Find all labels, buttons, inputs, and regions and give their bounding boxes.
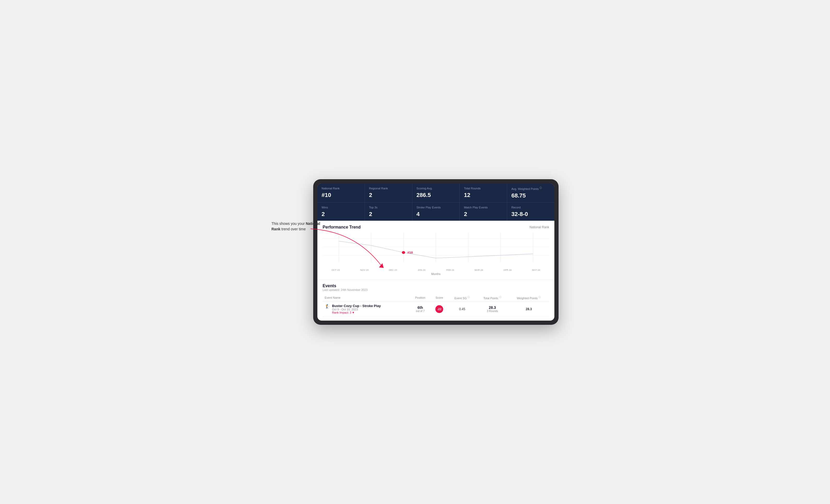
stat-stroke-play-events-value: 4 [417, 211, 455, 217]
event-name: Buster Cozy Cup - Stroke Play [332, 304, 381, 308]
stat-total-rounds: Total Rounds 12 [459, 183, 507, 202]
chart-svg: #10 [323, 233, 549, 267]
weighted-points-value: 28.3 [526, 307, 532, 311]
events-title: Events [323, 283, 549, 288]
x-label-nov23: NOV 23 [351, 269, 377, 271]
event-weighted-points-cell: 28.3 [508, 301, 549, 317]
x-label-apr24: APR 24 [494, 269, 520, 271]
x-label-oct23: OCT 23 [323, 269, 349, 271]
stat-avg-weighted-points: Avg. Weighted Points ⓘ 68.75 [507, 183, 554, 202]
stat-wins: Wins 2 [317, 202, 364, 221]
stat-regional-rank-value: 2 [369, 192, 408, 199]
stat-wins-label: Wins [322, 206, 360, 209]
event-golf-icon: 🏌 [325, 304, 330, 309]
total-points-sub: 3 Rounds [478, 310, 506, 312]
tablet-screen: National Rank #10 Regional Rank 2 Scorin… [317, 183, 554, 321]
stat-scoring-avg-label: Scoring Avg. [417, 187, 455, 190]
col-event-name: Event Name [323, 294, 410, 301]
stat-top3s-value: 2 [369, 211, 408, 217]
event-total-points-cell: 28.3 3 Rounds [476, 301, 508, 317]
event-details: Buster Cozy Cup - Stroke Play Oct 9 - Oc… [332, 304, 381, 314]
event-rank-impact: Rank Impact: 3 ▼ [332, 311, 381, 314]
info-icon-event-sg: ⓘ [468, 296, 470, 298]
stat-regional-rank-label: Regional Rank [369, 187, 408, 190]
stat-record: Record 32-8-0 [507, 202, 554, 221]
stats-row-1: National Rank #10 Regional Rank 2 Scorin… [317, 183, 554, 202]
annotation-text: This shows you your National Rank trend … [272, 221, 324, 232]
event-position-cell: 6th out of 7 [410, 301, 430, 317]
col-total-points: Total Points ⓘ [476, 294, 508, 301]
total-points-main: 28.3 [478, 305, 506, 310]
chart-months-label: Months [323, 272, 549, 275]
event-name-cell: 🏌 Buster Cozy Cup - Stroke Play Oct 9 - … [323, 301, 410, 317]
stat-stroke-play-events-label: Stroke Play Events [417, 206, 455, 209]
position-display: 6th out of 7 [412, 305, 428, 312]
stat-national-rank-label: National Rank [322, 187, 360, 190]
stat-match-play-events-label: Match Play Events [464, 206, 503, 209]
events-last-updated: Last updated: 24th November 2023 [323, 288, 549, 292]
col-event-sg: Event SG ⓘ [448, 294, 476, 301]
stat-match-play-events-value: 2 [464, 211, 503, 217]
stat-record-label: Record [511, 206, 550, 209]
x-label-may24: MAY 24 [523, 269, 549, 271]
performance-trend-section: Performance Trend National Rank [317, 221, 554, 280]
stat-match-play-events: Match Play Events 2 [459, 202, 507, 221]
col-position: Position [410, 294, 430, 301]
stat-avg-weighted-points-value: 68.75 [511, 192, 550, 199]
x-label-mar24: MAR 24 [466, 269, 492, 271]
stat-regional-rank: Regional Rank 2 [365, 183, 412, 202]
total-points-display: 28.3 3 Rounds [478, 305, 506, 312]
events-section: Events Last updated: 24th November 2023 … [317, 280, 554, 321]
position-sub: out of 7 [412, 310, 428, 312]
stat-record-value: 32-8-0 [511, 211, 550, 217]
info-icon-avg-weighted: ⓘ [540, 187, 542, 189]
svg-point-11 [402, 251, 405, 254]
position-main: 6th [412, 305, 428, 310]
x-label-dec23: DEC 23 [380, 269, 406, 271]
stat-top3s: Top 3s 2 [365, 202, 412, 221]
chart-x-axis: OCT 23 NOV 23 DEC 23 JAN 24 FEB 24 MAR 2… [323, 269, 549, 271]
performance-trend-subtitle: National Rank [530, 225, 549, 229]
event-score-cell: -22 [430, 301, 448, 317]
x-label-jan24: JAN 24 [409, 269, 435, 271]
performance-trend-title: Performance Trend [323, 225, 361, 230]
performance-chart: #10 [323, 233, 549, 267]
outer-container: This shows you your National Rank trend … [272, 179, 558, 325]
stat-avg-weighted-points-label: Avg. Weighted Points ⓘ [511, 187, 550, 191]
table-row: 🏌 Buster Cozy Cup - Stroke Play Oct 9 - … [323, 301, 549, 317]
stat-national-rank-value: #10 [322, 192, 360, 199]
events-table-header-row: Event Name Position Score Event SG [323, 294, 549, 301]
score-badge: -22 [435, 305, 443, 313]
stat-stroke-play-events: Stroke Play Events 4 [412, 202, 459, 221]
events-table: Event Name Position Score Event SG [323, 294, 549, 317]
x-label-feb24: FEB 24 [437, 269, 463, 271]
stats-row-2: Wins 2 Top 3s 2 Stroke Play Events 4 Mat… [317, 202, 554, 221]
stat-scoring-avg-value: 286.5 [417, 192, 455, 199]
performance-trend-header: Performance Trend National Rank [323, 225, 549, 230]
stat-national-rank: National Rank #10 [317, 183, 364, 202]
info-icon-total-points: ⓘ [499, 296, 501, 298]
col-weighted-points: Weighted Points ⓘ [508, 294, 549, 301]
stat-top3s-label: Top 3s [369, 206, 408, 209]
stat-wins-value: 2 [322, 211, 360, 217]
event-date: Oct 9 - Oct 10, 2023 [332, 308, 381, 311]
svg-text:#10: #10 [408, 251, 413, 254]
event-sg-cell: 0.45 [448, 301, 476, 317]
col-score: Score [430, 294, 448, 301]
stat-total-rounds-value: 12 [464, 192, 503, 199]
app-content: National Rank #10 Regional Rank 2 Scorin… [317, 183, 554, 321]
stat-total-rounds-label: Total Rounds [464, 187, 503, 190]
info-icon-weighted-points: ⓘ [539, 296, 541, 298]
stat-scoring-avg: Scoring Avg. 286.5 [412, 183, 459, 202]
tablet-frame: National Rank #10 Regional Rank 2 Scorin… [313, 179, 558, 325]
